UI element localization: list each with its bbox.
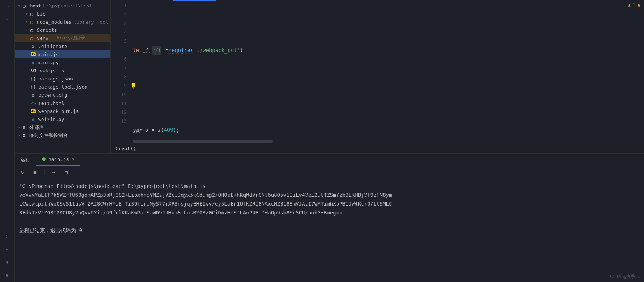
folder-icon: ▢ [29, 35, 35, 41]
warning-icon: ▲ [628, 2, 630, 7]
chevron-right-icon: › [17, 134, 21, 138]
soft-wrap-icon[interactable]: ⇥ [51, 169, 57, 175]
js-icon: JS [30, 109, 36, 113]
folder-icon: ▢ [29, 19, 35, 25]
json-icon: {} [30, 84, 36, 90]
py-icon: ◆ [30, 60, 36, 65]
trash-icon[interactable]: 🗑 [63, 169, 70, 175]
tree-file[interactable]: JSnodejs.js [15, 66, 110, 75]
chevron-right-icon: › [24, 28, 29, 32]
folder-icon: ▢ [21, 3, 27, 8]
structure-icon[interactable]: ⊞ [4, 15, 11, 23]
project-icon[interactable]: ▭ [4, 2, 11, 10]
json-icon: {} [30, 76, 36, 82]
tab-indicator [173, 0, 216, 1]
terminal-icon[interactable]: ◉ [4, 271, 11, 278]
code[interactable]: let i :{} =require('./webpack_out') var … [133, 0, 644, 140]
html-icon: <> [30, 100, 36, 106]
run-tab-label[interactable]: 运行 [15, 154, 36, 166]
folder-icon: ▢ [29, 27, 35, 33]
tree-extra[interactable]: ›⊞外部库 [15, 123, 110, 131]
services-icon[interactable]: ◈ [4, 258, 11, 265]
rerun-icon[interactable]: ↻ [19, 169, 26, 175]
warning-icon: ▲ [638, 2, 640, 7]
project-tree: ▾ ▢ test E:\pyproject\test ›▢Lib›▢node_m… [15, 0, 111, 153]
py-icon: ◆ [30, 117, 36, 122]
chevron-right-icon: › [24, 20, 29, 24]
folder-icon: ▢ [29, 11, 35, 17]
tree-file[interactable]: ◆main.py [15, 58, 110, 66]
js-icon: JS [30, 69, 36, 72]
tree-extra[interactable]: ›≣临时文件和控制台 [15, 131, 110, 140]
tree-folder[interactable]: ›▢Lib [15, 10, 110, 18]
tree-file[interactable]: ≣pyvenv.cfg [15, 91, 110, 99]
horizontal-scrollbar[interactable] [133, 140, 622, 144]
tree-file[interactable]: {}package-lock.json [15, 83, 110, 91]
lightbulb-icon[interactable]: 💡 [130, 81, 136, 90]
chevron-right-icon: › [17, 125, 21, 130]
tree-file[interactable]: JSmain.js [15, 50, 110, 58]
inspection-badges[interactable]: ▲1 ▲ [628, 2, 640, 7]
gutter: 123456789💡10111213 [111, 0, 133, 140]
tree-file[interactable]: <>Test.html [15, 99, 110, 107]
more-icon[interactable]: ⋮ [76, 169, 82, 175]
tree-folder[interactable]: ›▢node_moduleslibrary root [15, 18, 110, 26]
stop-icon[interactable]: ■ [32, 169, 38, 175]
nodejs-icon: ⬢ [42, 157, 46, 162]
tree-folder[interactable]: ›▢venvlibrary根目录 [15, 34, 110, 42]
run-tab-main[interactable]: ⬢ main.js ✕ [36, 154, 80, 166]
left-rail: ▭ ⊞ ⋯ ▷ ⌁ ◈ ◉ [0, 0, 15, 282]
tree-file[interactable]: ⊘.gitignore [15, 42, 110, 50]
tree-file[interactable]: JSwebpack_out.js [15, 107, 110, 115]
chevron-right-icon: › [24, 36, 29, 40]
run-panel: 运行 ⬢ main.js ✕ ↻ ■ ⇥ 🗑 ⋮ "C:\Program Fil… [15, 153, 644, 282]
watermark: CSDN @鬼手56 [610, 274, 640, 280]
more-icon[interactable]: ⋯ [4, 28, 11, 35]
js-icon: JS [30, 52, 36, 56]
chevron-down-icon: ▾ [17, 4, 21, 8]
tree-root[interactable]: ▾ ▢ test E:\pyproject\test [15, 1, 110, 10]
breadcrumb[interactable]: Crypt() [111, 144, 644, 153]
editor: ▲1 ▲ 123456789💡10111213 let i :{} =requi… [111, 0, 644, 153]
scratch-icon: ≣ [21, 133, 27, 138]
cfg-icon: ≣ [30, 92, 36, 98]
tree-file[interactable]: {}package.json [15, 75, 110, 83]
python-console-icon[interactable]: ⌁ [4, 245, 11, 252]
console-output[interactable]: "C:\Program Files\nodejs\node.exe" E:\py… [15, 178, 644, 282]
run-toolbar: ↻ ■ ⇥ 🗑 ⋮ [15, 166, 644, 178]
tree-file[interactable]: ◆weixin.py [15, 115, 110, 123]
gitignore-icon: ⊘ [30, 44, 36, 49]
root-path: E:\pyproject\test [43, 3, 92, 8]
root-name: test [29, 3, 41, 8]
tree-folder[interactable]: ›▢Scripts [15, 26, 110, 34]
chevron-right-icon: › [24, 12, 29, 16]
close-icon[interactable]: ✕ [72, 157, 74, 162]
run-icon[interactable]: ▷ [4, 232, 11, 240]
lib-icon: ⊞ [21, 125, 27, 130]
